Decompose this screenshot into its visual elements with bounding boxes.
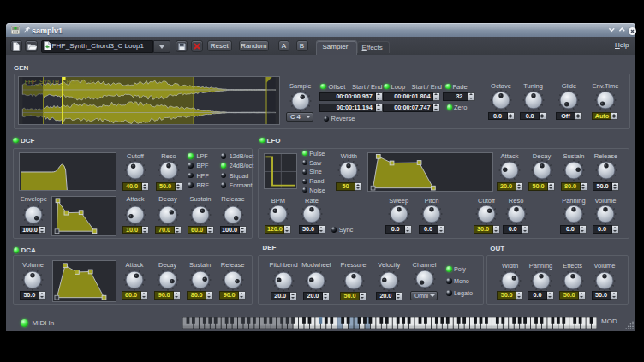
svg-text:FHP_SYNTH_CHORD3_C: FHP_SYNTH_CHORD3_C [25, 79, 94, 86]
